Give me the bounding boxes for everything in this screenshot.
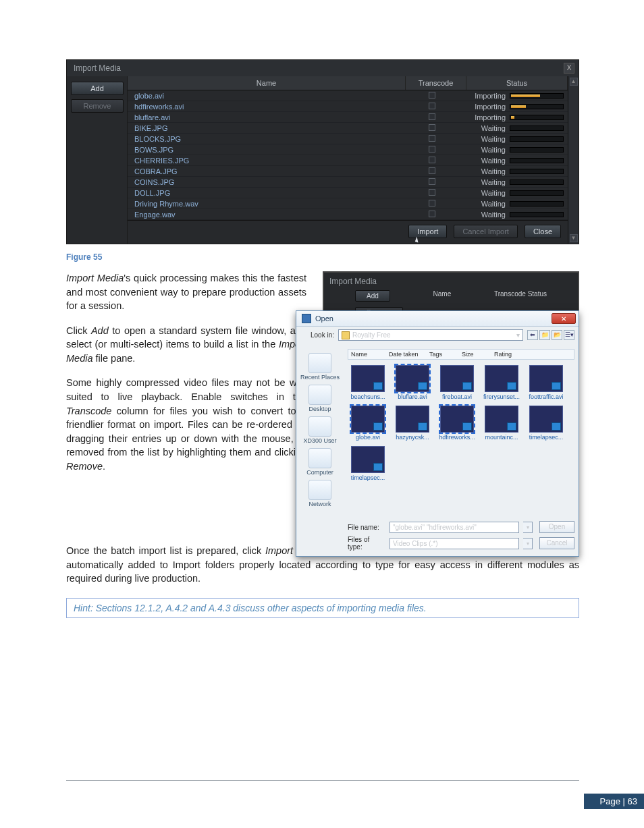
thumbnail-item[interactable]: foottraffic.avi <box>527 365 565 400</box>
table-row[interactable]: Engage.wavWaiting <box>128 209 568 220</box>
place-icon <box>308 385 331 405</box>
back-icon[interactable]: ⬅ <box>527 330 538 340</box>
remove-button[interactable]: Remove <box>71 99 124 113</box>
col-name: Name <box>397 290 487 302</box>
table-row[interactable]: CHERRIES.JPGWaiting <box>128 155 568 166</box>
col-name[interactable]: Name <box>351 351 386 358</box>
open-dialog-title: Open <box>315 314 333 323</box>
thumbnail-item[interactable]: firerysunset... <box>483 365 520 400</box>
table-row[interactable]: BOWS.JPGWaiting <box>128 144 568 155</box>
progress-bar <box>510 201 564 206</box>
thumbnail-item[interactable]: bluflare.avi <box>394 365 431 400</box>
thumbnail-caption: beachsuns... <box>349 393 387 400</box>
filetype-field[interactable]: Video Clips (.*) <box>390 538 519 549</box>
em-remove: Remove <box>66 461 103 472</box>
scroll-up-icon[interactable]: ▲ <box>570 78 578 86</box>
thumbnail-item[interactable]: timelapsec... <box>527 406 565 441</box>
thumbnail-caption: timelapsec... <box>349 474 387 481</box>
dialog-titlebar: Import Media X <box>67 60 579 76</box>
thumbnail-item[interactable]: hazynycsk... <box>394 406 431 441</box>
transcode-checkbox[interactable] <box>402 103 462 111</box>
thumbnail-grid: beachsuns...bluflare.avifireboat.avifire… <box>348 362 574 485</box>
table-row[interactable]: hdfireworks.aviImporting <box>128 101 568 112</box>
newfolder-icon[interactable]: 📂 <box>552 330 562 340</box>
filename-field[interactable]: "globe.avi" "hdfireworks.avi" <box>390 522 519 533</box>
file-name: COINS.JPG <box>134 178 402 186</box>
thumbnail-item[interactable]: globe.avi <box>349 406 387 441</box>
import-button[interactable]: Import <box>408 225 447 238</box>
video-thumbnail-icon <box>440 406 474 433</box>
progress-bar <box>510 190 564 196</box>
filename-dropdown-icon[interactable]: ▾ <box>523 522 533 533</box>
import-media-dialog: Import Media X Add Remove Name Transcode… <box>66 59 579 244</box>
add-button[interactable]: Add <box>355 290 390 302</box>
scroll-down-icon[interactable]: ▼ <box>570 234 578 242</box>
thumbnail-item[interactable]: timelapsec... <box>349 446 387 481</box>
file-name: hdfireworks.avi <box>134 103 402 111</box>
thumbnail-item[interactable]: hdfireworks... <box>438 406 476 441</box>
table-row[interactable]: globe.aviImporting <box>128 90 568 101</box>
thumbnail-caption: foottraffic.avi <box>527 393 565 400</box>
add-button[interactable]: Add <box>71 82 124 95</box>
transcode-checkbox[interactable] <box>402 200 462 208</box>
thumbnail-item[interactable]: fireboat.avi <box>438 365 476 400</box>
close-icon[interactable]: X <box>564 63 574 74</box>
table-row[interactable]: Driving Rhyme.wavWaiting <box>128 198 568 209</box>
transcode-checkbox[interactable] <box>402 92 462 100</box>
panel-toolbar: Add Name Transcode Status <box>324 287 578 307</box>
lookin-select[interactable]: Royalty Free▾ <box>338 329 523 341</box>
transcode-checkbox[interactable] <box>402 135 462 143</box>
col-tags[interactable]: Tags <box>429 351 459 358</box>
transcode-checkbox[interactable] <box>402 189 462 197</box>
cancel-button[interactable]: Cancel <box>539 537 574 549</box>
views-icon[interactable]: ☰▾ <box>564 330 574 340</box>
places-item[interactable]: XD300 User <box>299 416 341 444</box>
transcode-checkbox[interactable] <box>402 167 462 175</box>
places-item[interactable]: Computer <box>299 448 341 476</box>
transcode-checkbox[interactable] <box>402 211 462 219</box>
transcode-checkbox[interactable] <box>402 146 462 154</box>
col-rating[interactable]: Rating <box>494 351 528 358</box>
table-row[interactable]: BLOCKS.JPGWaiting <box>128 134 568 144</box>
open-button[interactable]: Open <box>539 521 574 533</box>
video-thumbnail-icon <box>351 446 385 473</box>
table-row[interactable]: COINS.JPGWaiting <box>128 177 568 188</box>
transcode-checkbox[interactable] <box>402 178 462 186</box>
place-label: Network <box>299 501 341 507</box>
col-size[interactable]: Size <box>462 351 491 358</box>
video-thumbnail-icon <box>485 365 518 392</box>
table-row[interactable]: DOLL.JPGWaiting <box>128 188 568 198</box>
transcode-checkbox[interactable] <box>402 124 462 132</box>
places-item[interactable]: Recent Places <box>299 353 341 381</box>
scrollbar[interactable]: ▲ ▼ <box>568 76 579 244</box>
cancel-import-button[interactable]: Cancel Import <box>454 225 517 238</box>
progress-bar <box>510 180 564 185</box>
status-text: Importing <box>462 113 510 121</box>
transcode-checkbox[interactable] <box>402 157 462 165</box>
places-item[interactable]: Desktop <box>299 385 341 412</box>
file-name: Engage.wav <box>134 211 402 219</box>
col-name: Name <box>128 76 406 90</box>
thumbnail-caption: firerysunset... <box>483 393 520 400</box>
col-date[interactable]: Date taken <box>389 351 427 358</box>
table-row[interactable]: BIKE.JPGWaiting <box>128 123 568 134</box>
filetype-dropdown-icon[interactable]: ▾ <box>523 538 533 549</box>
status-text: Waiting <box>462 178 510 186</box>
close-button[interactable]: Close <box>525 225 561 238</box>
table-row[interactable]: COBRA.JPGWaiting <box>128 166 568 177</box>
place-label: XD300 User <box>299 437 341 444</box>
close-icon[interactable]: ✕ <box>552 313 576 324</box>
place-icon <box>308 416 331 437</box>
up-icon[interactable]: 📁 <box>539 330 550 340</box>
thumbnail-caption: globe.avi <box>349 434 387 441</box>
thumbnail-item[interactable]: mountainc... <box>483 406 520 441</box>
thumbnail-caption: hdfireworks... <box>438 434 476 441</box>
file-name: BOWS.JPG <box>134 146 402 154</box>
transcode-checkbox[interactable] <box>402 113 462 121</box>
place-label: Computer <box>299 469 341 476</box>
open-dialog-titlebar: Open ✕ <box>296 311 579 327</box>
places-item[interactable]: Network <box>299 480 341 507</box>
thumbnail-item[interactable]: beachsuns... <box>349 365 387 400</box>
file-name: Driving Rhyme.wav <box>134 200 402 208</box>
table-row[interactable]: bluflare.aviImporting <box>128 112 568 123</box>
